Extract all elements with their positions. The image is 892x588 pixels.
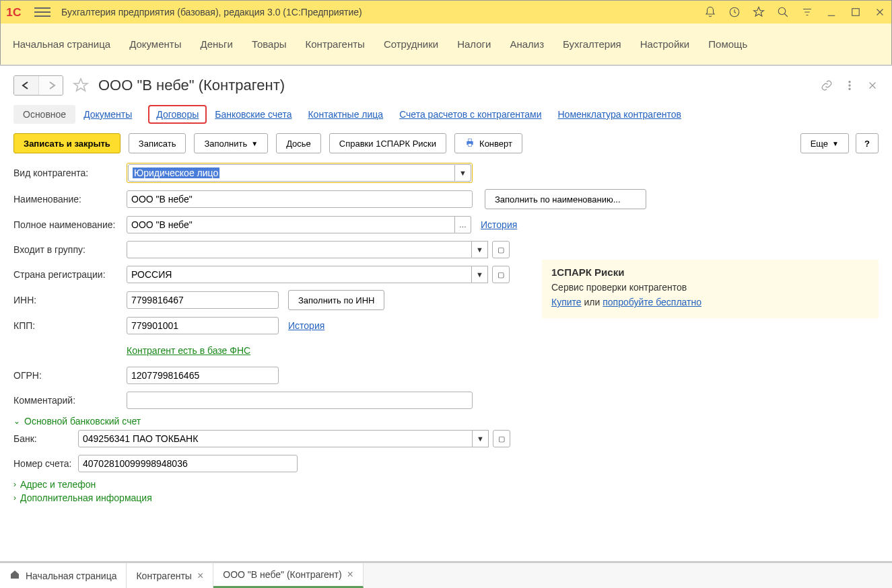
- kebab-icon[interactable]: [844, 79, 856, 91]
- fullname-input[interactable]: [127, 216, 455, 233]
- fns-check-link[interactable]: Контрагент есть в базе ФНС: [127, 345, 250, 356]
- filter-icon[interactable]: [801, 6, 813, 18]
- back-button[interactable]: [14, 76, 38, 95]
- kpp-label: КПП:: [13, 320, 127, 331]
- buy-link[interactable]: Купите: [551, 297, 582, 307]
- chevron-right-icon: ›: [13, 480, 16, 489]
- menu-documents[interactable]: Документы: [129, 38, 181, 50]
- form-body: Вид контрагента: Юридическое лицо ▼ Наим…: [0, 163, 892, 503]
- fullname-label: Полное наименование:: [13, 219, 127, 230]
- menu-accounting[interactable]: Бухгалтерия: [563, 38, 621, 50]
- main-menu: Начальная страница Документы Деньги Това…: [1, 24, 891, 65]
- save-close-button[interactable]: Записать и закрыть: [13, 133, 121, 153]
- menu-taxes[interactable]: Налоги: [457, 38, 491, 50]
- close-tab-icon[interactable]: ×: [347, 568, 353, 581]
- svg-rect-3: [852, 9, 860, 16]
- tab-contacts[interactable]: Контактные лица: [308, 105, 391, 124]
- type-input[interactable]: Юридическое лицо: [128, 164, 455, 182]
- bank-section-header[interactable]: ⌄ Основной банковский счет: [13, 416, 879, 427]
- group-open-icon[interactable]: ▢: [492, 241, 510, 258]
- tab-documents[interactable]: Документы: [83, 105, 140, 124]
- fill-button[interactable]: Заполнить▼: [194, 133, 268, 153]
- menu-settings[interactable]: Настройки: [640, 38, 690, 50]
- home-icon: [9, 569, 20, 582]
- chevron-down-icon: ⌄: [13, 416, 20, 426]
- address-section-header[interactable]: › Адрес и телефон: [13, 479, 879, 490]
- country-open-icon[interactable]: ▢: [492, 266, 510, 283]
- inn-input[interactable]: [127, 291, 279, 309]
- risks-button[interactable]: Справки 1СПАРК Риски: [329, 133, 446, 153]
- form-area: ООО "В небе" (Контрагент) Основное Докум…: [0, 65, 892, 561]
- close-tab-icon[interactable]: ×: [197, 570, 203, 582]
- history-icon[interactable]: [728, 6, 741, 18]
- close-form-icon[interactable]: [866, 79, 879, 91]
- try-link[interactable]: попробуйте бесплатно: [603, 297, 701, 307]
- favorite-star-icon[interactable]: [71, 76, 90, 95]
- type-label: Вид контрагента:: [13, 168, 127, 178]
- group-input[interactable]: [127, 241, 472, 258]
- infobox-subtitle: Сервис проверки контрагентов: [551, 282, 869, 293]
- ogrn-input[interactable]: [127, 367, 279, 384]
- tab-main[interactable]: Основное: [13, 105, 75, 124]
- help-button[interactable]: ?: [856, 133, 879, 153]
- close-icon[interactable]: [874, 6, 886, 18]
- form-toolbar: Записать и закрыть Записать Заполнить▼ Д…: [0, 124, 892, 163]
- forward-button[interactable]: [38, 76, 63, 95]
- kpp-input[interactable]: [127, 317, 279, 334]
- menu-goods[interactable]: Товары: [252, 38, 287, 50]
- comment-input[interactable]: [127, 392, 473, 409]
- menu-help[interactable]: Помощь: [708, 38, 747, 50]
- bottom-tab-home[interactable]: Начальная страница: [0, 563, 127, 588]
- tab-bank-accounts[interactable]: Банковские счета: [215, 105, 300, 124]
- ogrn-label: ОГРН:: [13, 370, 127, 381]
- chevron-right-icon: ›: [13, 493, 16, 503]
- country-input[interactable]: [127, 266, 472, 283]
- bank-open-icon[interactable]: ▢: [493, 430, 510, 447]
- minimize-icon[interactable]: [825, 6, 837, 18]
- account-input[interactable]: [78, 455, 298, 472]
- search-icon[interactable]: [777, 6, 789, 18]
- bank-label: Банк:: [13, 433, 78, 444]
- menu-analysis[interactable]: Анализ: [510, 38, 544, 50]
- hamburger-icon[interactable]: [34, 4, 50, 20]
- inn-label: ИНН:: [13, 295, 127, 305]
- titlebar: 1C Бухгалтерия предприятия (базовая), ре…: [1, 1, 891, 24]
- country-dropdown-icon[interactable]: ▼: [472, 266, 488, 283]
- tab-accounts[interactable]: Счета расчетов с контрагентами: [399, 105, 549, 124]
- svg-rect-8: [468, 139, 471, 141]
- bank-dropdown-icon[interactable]: ▼: [473, 430, 489, 447]
- bottom-tab-counterparties[interactable]: Контрагенты ×: [127, 563, 213, 588]
- link-icon[interactable]: [821, 79, 833, 91]
- name-input[interactable]: [127, 190, 473, 208]
- bank-input[interactable]: [78, 430, 473, 447]
- page-title: ООО "В небе" (Контрагент): [98, 77, 285, 94]
- svg-rect-9: [468, 143, 471, 146]
- fill-by-name-button[interactable]: Заполнить по наименованию...: [485, 189, 646, 209]
- form-header: ООО "В небе" (Контрагент): [0, 66, 892, 100]
- group-dropdown-icon[interactable]: ▼: [472, 241, 488, 258]
- maximize-icon[interactable]: [850, 6, 862, 18]
- kpp-history-link[interactable]: История: [288, 320, 324, 331]
- menu-employees[interactable]: Сотрудники: [384, 38, 438, 50]
- bottom-tab-current[interactable]: ООО "В небе" (Контрагент) ×: [213, 563, 364, 588]
- tab-contracts[interactable]: Договоры: [148, 105, 207, 124]
- fullname-expand-icon[interactable]: …: [455, 216, 471, 233]
- save-button[interactable]: Записать: [129, 133, 186, 153]
- tab-nomenclature[interactable]: Номенклатура контрагентов: [558, 105, 689, 124]
- group-label: Входит в группу:: [13, 244, 127, 255]
- name-label: Наименование:: [13, 194, 127, 205]
- menu-counterparties[interactable]: Контрагенты: [306, 38, 365, 50]
- star-icon[interactable]: [753, 6, 765, 18]
- history-link[interactable]: История: [481, 219, 517, 230]
- svg-point-4: [849, 81, 850, 83]
- more-button[interactable]: Еще▼: [800, 133, 849, 153]
- dossier-button[interactable]: Досье: [276, 133, 321, 153]
- menu-home[interactable]: Начальная страница: [13, 38, 110, 50]
- extra-section-header[interactable]: › Дополнительная информация: [13, 492, 879, 503]
- bell-icon[interactable]: [704, 6, 716, 18]
- type-dropdown-icon[interactable]: ▼: [455, 164, 471, 182]
- app-title: Бухгалтерия предприятия (базовая), редак…: [61, 7, 362, 17]
- fill-by-inn-button[interactable]: Заполнить по ИНН: [288, 290, 384, 310]
- menu-money[interactable]: Деньги: [200, 38, 232, 50]
- envelope-button[interactable]: Конверт: [454, 133, 522, 153]
